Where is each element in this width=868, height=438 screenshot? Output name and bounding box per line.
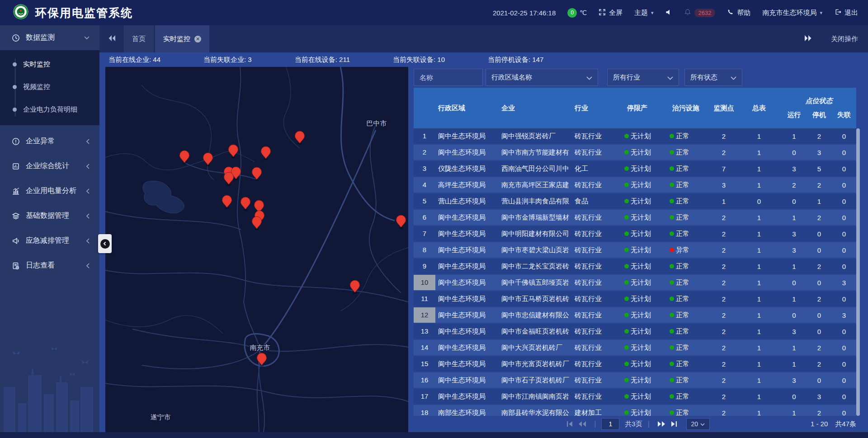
cell-region: 阆中生态环境局: [435, 344, 499, 352]
fullscreen-button[interactable]: 全屏: [599, 9, 623, 17]
sidebar-item-enterprise-abnormal[interactable]: 企业异常: [0, 129, 99, 154]
table-row[interactable]: 10阆中生态环境局阆中千佛镇五郎垭页岩砖瓦行业无计划正常21003: [414, 275, 856, 290]
table-row[interactable]: 6阆中生态环境局阆中市金博瑞新型墙材砖瓦行业无计划正常21120: [414, 210, 856, 225]
status-dot-icon: [670, 280, 674, 285]
last-page-button[interactable]: [668, 421, 680, 427]
cell-offline: 0: [832, 230, 856, 238]
sidebar-item-power-usage-analysis[interactable]: 企业用电量分析: [0, 179, 99, 203]
cell-region: 营山生态环境局: [435, 197, 499, 206]
cell-points: 1: [711, 198, 736, 205]
status-filter-select[interactable]: 所有状态: [684, 69, 742, 86]
next-page-button[interactable]: [655, 421, 668, 427]
page-size-select[interactable]: 20: [686, 418, 710, 430]
cell-running: 2: [782, 181, 807, 189]
tab-home[interactable]: 首页: [124, 25, 154, 52]
sidebar-item-emergency-reduction[interactable]: 应急减排管理: [0, 228, 99, 253]
help-button[interactable]: 帮助: [727, 9, 750, 17]
sidebar-subitem-video-monitoring[interactable]: 视频监控: [0, 75, 99, 98]
table-row[interactable]: 16阆中生态环境局阆中市石子页岩机砖厂砖瓦行业无计划正常21300: [414, 372, 856, 388]
cell-facility: 正常: [670, 230, 711, 238]
cell-stopped: 2: [807, 344, 832, 352]
cell-offline: 0: [832, 328, 856, 335]
first-page-button[interactable]: [564, 421, 576, 427]
tabs-scroll-left-button[interactable]: [99, 25, 124, 52]
cell-meters: 0: [736, 198, 782, 205]
table-row[interactable]: 1阆中生态环境局阆中强锐页岩砖厂砖瓦行业无计划正常21120: [414, 128, 856, 144]
notifications-button[interactable]: 2632: [684, 9, 716, 17]
cell-stopped: 2: [807, 409, 832, 416]
header-stopped: 停机: [807, 111, 832, 119]
table-row[interactable]: 9阆中生态环境局阆中市二龙长宝页岩砖砖瓦行业无计划正常21120: [414, 259, 856, 274]
status-dot-icon: [670, 378, 674, 382]
table-row[interactable]: 5营山生态环境局营山县润丰肉食品有限食品无计划正常10010: [414, 193, 856, 209]
table-row[interactable]: 12阆中生态环境局阆中市忠信建材有限公砖瓦行业无计划正常21003: [414, 307, 856, 323]
sidebar-collapse-handle[interactable]: [98, 234, 112, 253]
cell-limit: 无计划: [624, 148, 670, 157]
sidebar-item-log-view[interactable]: 日志查看: [0, 253, 99, 278]
table-row[interactable]: 11阆中生态环境局阆中市五马桥页岩机砖砖瓦行业无计划正常21120: [414, 291, 856, 306]
table-row[interactable]: 14阆中生态环境局阆中大兴页岩机砖厂砖瓦行业无计划正常21120: [414, 340, 856, 355]
prev-page-button[interactable]: [576, 421, 589, 427]
city-label: 南充市: [250, 344, 270, 351]
chevron-down-icon: [586, 74, 592, 81]
cell-offline: 0: [832, 165, 856, 173]
cell-index: 3: [414, 161, 435, 176]
cell-index: 14: [414, 340, 435, 355]
cell-region: 高坪生态环境局: [435, 181, 499, 189]
status-dot-icon: [624, 134, 629, 138]
sidebar-item-data-monitoring[interactable]: 数据监测: [0, 25, 99, 50]
cell-limit: 无计划: [624, 360, 670, 368]
table-row[interactable]: 4高坪生态环境局南充市高坪区王家店建砖瓦行业无计划正常31220: [414, 177, 856, 193]
table-scrollbar[interactable]: [856, 128, 860, 416]
table-row[interactable]: 15阆中生态环境局阆中市光富页岩机砖厂砖瓦行业无计划正常21120: [414, 356, 856, 372]
cell-index: 18: [414, 405, 435, 416]
theme-button[interactable]: 主题 ▾: [634, 9, 654, 17]
mute-button[interactable]: [665, 9, 672, 17]
cell-points: 2: [711, 409, 736, 416]
table-row[interactable]: 8阆中生态环境局阆中市枣碧大梁山页岩砖瓦行业无计划异常21300: [414, 242, 856, 258]
table-row[interactable]: 17阆中生态环境局阆中市江南镇阆南页岩砖瓦行业无计划正常21030: [414, 389, 856, 404]
table-row[interactable]: 2阆中生态环境局阆中市南方节能建材有砖瓦行业无计划正常21030: [414, 145, 856, 160]
chevron-left-icon: [86, 213, 90, 219]
cell-industry: 食品: [572, 197, 624, 206]
monitor-panel: 行政区域名称 所有行业 所有状态 行政区域 企业: [414, 67, 860, 432]
cell-facility: 正常: [670, 327, 711, 336]
close-operations-button[interactable]: 关闭操作: [831, 35, 858, 43]
cell-stopped: 2: [807, 132, 832, 140]
cell-industry: 砖瓦行业: [572, 213, 624, 222]
table-row[interactable]: 7阆中生态环境局阆中明阳建材有限公司砖瓦行业无计划正常21300: [414, 226, 856, 241]
cell-running: 0: [782, 311, 807, 319]
logout-button[interactable]: 退出: [834, 9, 858, 17]
tab-realtime-monitoring[interactable]: 实时监控✕: [155, 25, 209, 52]
cell-points: 2: [711, 279, 736, 287]
page-number-input[interactable]: [601, 418, 619, 430]
name-filter-input[interactable]: [414, 69, 483, 86]
region-filter-select[interactable]: 行政区域名称: [486, 69, 598, 86]
status-dot-icon: [624, 280, 629, 285]
chevron-left-icon: [100, 239, 110, 249]
org-menu-button[interactable]: 南充市生态环境局 ▾: [762, 9, 822, 17]
map-panel[interactable]: 巴中市南充市遂宁市: [105, 67, 408, 432]
sidebar-subitem-realtime-monitoring[interactable]: 实时监控: [0, 53, 99, 75]
cell-meters: 1: [736, 230, 782, 238]
table-row[interactable]: 13阆中生态环境局阆中市金福旺页岩机砖砖瓦行业无计划正常21300: [414, 324, 856, 339]
sidebar-item-enterprise-statistics[interactable]: 企业综合统计: [0, 154, 99, 179]
cell-limit: 无计划: [624, 295, 670, 303]
sidebar-item-base-data-management[interactable]: 基础数据管理: [0, 203, 99, 228]
cell-running: 1: [782, 132, 807, 140]
chevron-down-icon: [667, 74, 673, 81]
cell-limit: 无计划: [624, 327, 670, 336]
cell-region: 阆中生态环境局: [435, 278, 499, 287]
tabs-scroll-right-button[interactable]: [796, 35, 820, 43]
cell-points: 3: [711, 181, 736, 189]
status-dot-icon: [624, 297, 629, 301]
sidebar-subitem-power-load-detail[interactable]: 企业电力负荷明细: [0, 98, 99, 121]
cell-region: 南部生态环境局: [435, 409, 499, 416]
double-chevron-right-icon: [804, 35, 812, 43]
table-row[interactable]: 18南部生态环境局南部县砖华水泥有限公建材加工无计划正常21120: [414, 405, 856, 416]
cell-facility: 正常: [670, 181, 711, 189]
industry-filter-select[interactable]: 所有行业: [607, 69, 679, 86]
tab-close-icon[interactable]: ✕: [194, 36, 201, 42]
cell-company: 西南油气田分公司川中: [499, 165, 572, 173]
table-row[interactable]: 3仪陇生态环境局西南油气田分公司川中化工无计划正常71350: [414, 161, 856, 176]
